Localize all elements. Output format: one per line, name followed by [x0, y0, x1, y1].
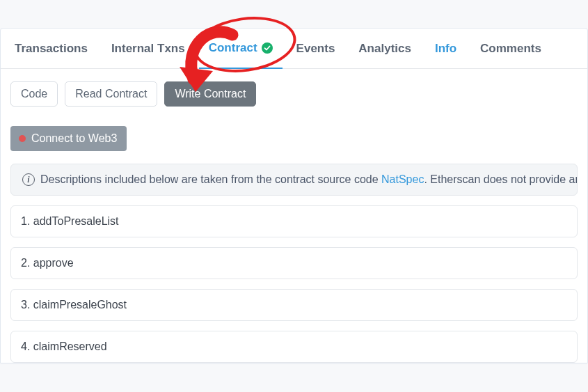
tab-transactions[interactable]: Transactions [5, 29, 97, 68]
natspec-link[interactable]: NatSpec [381, 173, 424, 185]
main-tabs: Transactions Internal Txns Contract Even… [1, 29, 587, 69]
natspec-notice: i Descriptions included below are taken … [10, 164, 578, 196]
notice-suffix: . Etherscan does not provide any [424, 173, 578, 185]
function-item[interactable]: 1. addToPresaleList [10, 205, 578, 237]
connect-row: Connect to Web3 [1, 118, 587, 164]
function-item[interactable]: 2. approve [10, 247, 578, 279]
contract-subtabs: Code Read Contract Write Contract [1, 69, 587, 118]
function-item[interactable]: 4. claimReserved [10, 331, 578, 363]
connect-web3-label: Connect to Web3 [31, 132, 117, 145]
tab-events[interactable]: Events [287, 29, 345, 68]
connect-web3-button[interactable]: Connect to Web3 [10, 126, 127, 151]
notice-prefix: Descriptions included below are taken fr… [40, 173, 381, 185]
tab-comments[interactable]: Comments [470, 29, 551, 68]
tab-contract-label: Contract [209, 41, 257, 55]
write-functions-list: 1. addToPresaleList 2. approve 3. claimP… [1, 205, 587, 363]
function-item[interactable]: 3. claimPresaleGhost [10, 289, 578, 321]
verified-check-icon [262, 42, 273, 54]
notice-text: Descriptions included below are taken fr… [40, 173, 578, 186]
tab-contract[interactable]: Contract [199, 29, 283, 69]
connection-status-dot-icon [19, 135, 26, 142]
subtab-code[interactable]: Code [10, 81, 58, 107]
subtab-read-contract[interactable]: Read Contract [65, 81, 157, 107]
subtab-write-contract[interactable]: Write Contract [164, 81, 256, 107]
contract-panel: Transactions Internal Txns Contract Even… [0, 28, 588, 363]
tab-info[interactable]: Info [425, 29, 466, 68]
tab-analytics[interactable]: Analytics [349, 29, 421, 68]
info-icon: i [22, 173, 35, 186]
tab-internal-txns[interactable]: Internal Txns [102, 29, 195, 68]
